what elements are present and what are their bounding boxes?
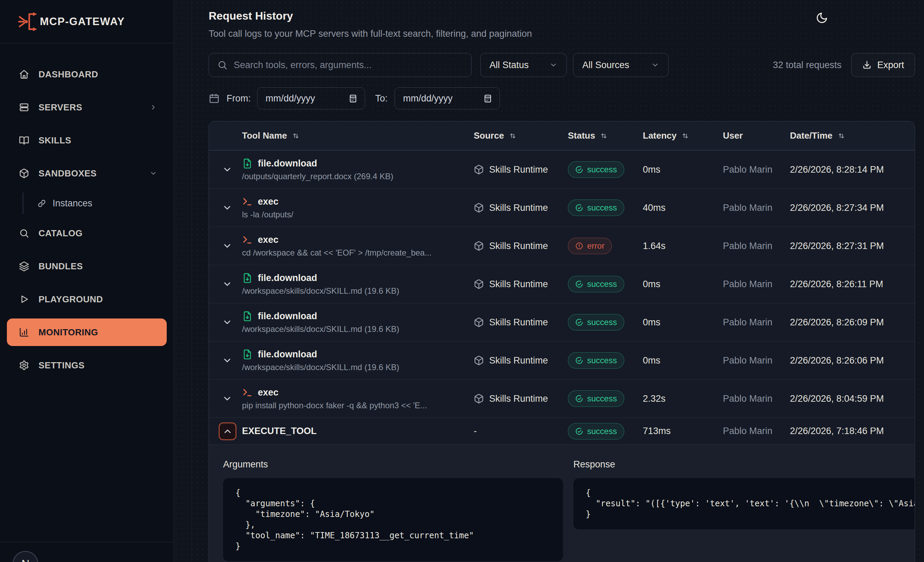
package-icon — [474, 203, 484, 213]
chevron-down-icon — [222, 164, 232, 175]
file-download-icon — [242, 349, 253, 360]
theme-toggle-button[interactable] — [816, 11, 831, 26]
response-label: Response — [573, 459, 915, 470]
sidebar-item-servers[interactable]: SERVERS — [7, 93, 167, 121]
check-circle-icon — [575, 318, 584, 326]
package-icon — [474, 317, 484, 328]
column-header-tool-name[interactable]: Tool Name — [242, 130, 474, 141]
column-header-user: User — [723, 130, 790, 141]
tool-detail: ls -la /outputs/ — [242, 210, 474, 219]
sidebar-item-playground[interactable]: PLAYGROUND — [7, 286, 167, 313]
status-badge: success — [568, 200, 624, 216]
sidebar-item-monitoring[interactable]: MONITORING — [7, 319, 167, 346]
sidebar-item-label: BUNDLES — [39, 261, 83, 272]
chevron-down-icon — [222, 317, 232, 328]
source-label: Skills Runtime — [489, 355, 548, 366]
table-row[interactable]: exec cd /workspace && cat << 'EOF' > /tm… — [209, 227, 915, 265]
chevron-down-icon — [651, 61, 659, 69]
expand-row-button[interactable] — [222, 202, 234, 213]
calendar-picker-icon[interactable] — [348, 93, 358, 103]
source-filter-select[interactable]: All Sources — [573, 53, 669, 77]
terminal-icon — [242, 196, 253, 207]
table-row[interactable]: exec ls -la /outputs/ Skills Runtime suc… — [209, 188, 915, 227]
app-logo: MCP-GATEWAY — [0, 0, 174, 44]
sidebar-item-settings[interactable]: SETTINGS — [7, 352, 167, 379]
to-date-value: mm/dd/yyyy — [403, 93, 453, 104]
package-icon — [474, 241, 484, 251]
chevron-right-icon — [150, 104, 157, 111]
sidebar-item-skills[interactable]: SKILLS — [7, 126, 167, 154]
column-header-source[interactable]: Source — [474, 130, 568, 141]
avatar[interactable]: N — [13, 551, 38, 562]
collapse-row-button[interactable] — [219, 422, 237, 440]
sidebar-item-label: CATALOG — [39, 228, 82, 239]
arguments-code: { "arguments": { "timezone": "Asia/Tokyo… — [223, 478, 563, 561]
datetime-value: 2/26/2026, 8:27:34 PM — [790, 203, 915, 213]
expand-row-button[interactable] — [222, 393, 234, 404]
column-header-status[interactable]: Status — [568, 130, 643, 141]
server-stack-icon — [19, 102, 29, 113]
sidebar-item-dashboard[interactable]: DASHBOARD — [7, 60, 167, 88]
table-row[interactable]: exec pip install python-docx faker -q &&… — [209, 379, 915, 418]
datetime-value: 2/26/2026, 8:26:11 PM — [790, 279, 915, 290]
search-box[interactable] — [208, 53, 472, 77]
check-circle-icon — [575, 204, 584, 212]
sort-icon[interactable] — [600, 132, 608, 140]
sidebar-item-sandboxes[interactable]: SANDBOXES — [7, 159, 167, 187]
table-row[interactable]: file.download /workspace/skills/docx/SKI… — [209, 303, 915, 341]
calendar-picker-icon[interactable] — [483, 93, 493, 103]
datetime-value: 2/26/2026, 8:26:09 PM — [790, 317, 915, 328]
check-circle-icon — [575, 427, 584, 436]
from-label: From: — [226, 93, 251, 104]
sort-icon[interactable] — [292, 132, 300, 140]
table-row-expanded[interactable]: EXECUTE_TOOL - success 713ms Pablo Marin… — [209, 418, 915, 444]
export-button[interactable]: Export — [851, 53, 915, 77]
play-icon — [19, 294, 29, 304]
table-row[interactable]: file.download /workspace/skills/docx/SKI… — [209, 265, 915, 303]
status-badge: success — [568, 276, 624, 292]
sidebar-item-instances[interactable]: Instances — [22, 192, 167, 214]
tool-name: exec — [258, 196, 278, 207]
status-filter-select[interactable]: All Status — [480, 53, 567, 77]
table-row[interactable]: file.download /workspace/skills/docx/SKI… — [209, 341, 915, 379]
sort-icon[interactable] — [837, 132, 846, 140]
tool-name: file.download — [258, 349, 317, 360]
user-name: Pablo Marin — [723, 164, 790, 175]
expand-row-button[interactable] — [222, 316, 234, 328]
source-label: Skills Runtime — [489, 317, 548, 328]
file-download-icon — [242, 311, 253, 322]
sort-icon[interactable] — [681, 132, 690, 140]
latency-value: 2.32s — [643, 394, 723, 404]
tool-detail: /workspace/skills/docx/SKILL.md (19.6 KB… — [242, 325, 474, 334]
latency-value: 1.64s — [643, 241, 723, 251]
sidebar-footer: N — [0, 542, 174, 562]
chevron-down-icon — [222, 394, 232, 404]
tool-name: exec — [258, 234, 278, 245]
expand-row-button[interactable] — [222, 355, 234, 366]
column-header-datetime[interactable]: Date/Time — [790, 130, 915, 141]
expand-row-button[interactable] — [222, 240, 234, 252]
expand-row-button[interactable] — [222, 164, 234, 176]
status-badge: success — [568, 352, 624, 369]
table-row[interactable]: file.download /outputs/quarterly_report.… — [209, 150, 915, 188]
column-header-latency[interactable]: Latency — [643, 130, 723, 141]
search-input[interactable] — [234, 60, 463, 71]
status-badge: success — [568, 161, 624, 178]
expand-row-button[interactable] — [222, 278, 234, 290]
source-label: Skills Runtime — [489, 394, 548, 404]
tool-name: file.download — [258, 311, 317, 322]
to-date-input[interactable]: mm/dd/yyyy — [394, 87, 500, 110]
to-label: To: — [375, 93, 388, 104]
user-name: Pablo Marin — [723, 317, 790, 328]
check-circle-icon — [575, 165, 584, 174]
sidebar-item-catalog[interactable]: CATALOG — [7, 219, 167, 247]
response-code: { "result": "([{'type': 'text', 'text': … — [573, 478, 915, 529]
main-content: Request History Tool call logs to your M… — [174, 0, 924, 562]
sort-icon[interactable] — [509, 132, 517, 140]
sidebar-item-bundles[interactable]: BUNDLES — [7, 252, 167, 280]
gear-icon — [19, 360, 29, 370]
from-date-input[interactable]: mm/dd/yyyy — [257, 87, 365, 110]
package-icon — [474, 394, 484, 404]
status-filter-value: All Status — [489, 60, 529, 71]
sidebar-item-label: SKILLS — [39, 135, 71, 146]
